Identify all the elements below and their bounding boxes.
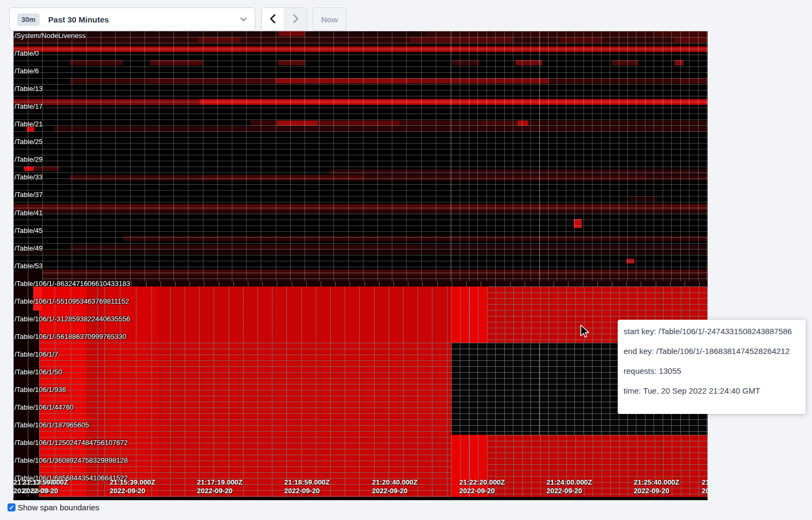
heatmap-cell (278, 31, 305, 36)
heatmap-cell (574, 219, 582, 228)
heatmap-cell (612, 60, 639, 65)
chevron-down-icon (240, 16, 247, 23)
heatmap-cell (528, 120, 708, 126)
heatmap-band (13, 43, 708, 47)
heatmap-cell (35, 167, 59, 171)
heatmap-cell (24, 167, 34, 171)
heatmap-cell (27, 126, 34, 132)
heatmap-region (487, 435, 708, 497)
heatmap-band (43, 269, 708, 275)
heatmap-cell (570, 78, 579, 84)
prev-time-button[interactable] (262, 8, 284, 31)
heatmap-cell (559, 37, 602, 42)
heatmap-cell (674, 37, 708, 42)
time-range-select[interactable]: 30m Past 30 Minutes (9, 7, 255, 31)
tooltip-end-key: end key: /Table/106/1/-18683814745282642… (624, 347, 800, 356)
heatmap-cell (418, 245, 708, 250)
heatmap-band (13, 275, 708, 281)
heatmap-region (451, 435, 487, 497)
heatmap-cell (150, 60, 203, 65)
key-visualizer-canvas[interactable]: /System/NodeLiveness/Table/0/Table/6/Tab… (13, 31, 708, 497)
tooltip-requests: requests: 13055 (624, 367, 800, 375)
show-span-boundaries-label[interactable]: Show span boundaries (18, 503, 100, 512)
heatmap-band (13, 37, 708, 43)
heatmap-band (13, 251, 708, 254)
heatmap-cell (647, 175, 708, 180)
heatmap-cell (674, 60, 684, 65)
chevron-left-icon (269, 14, 277, 25)
heatmap-region (39, 287, 86, 343)
heatmap-band (13, 47, 708, 52)
heatmap-cell (701, 175, 708, 180)
heatmap-band (13, 204, 708, 210)
next-time-button[interactable] (284, 8, 307, 31)
heatmap-cell (54, 126, 708, 132)
now-button[interactable]: Now (313, 7, 346, 31)
heatmap-region (33, 287, 42, 311)
heatmap-layers (13, 31, 708, 497)
show-span-boundaries-checkbox[interactable] (7, 503, 16, 511)
heatmap-cell (631, 196, 657, 201)
heatmap-cell (200, 99, 708, 104)
heatmap-region (29, 281, 708, 287)
heatmap-cell (409, 37, 514, 42)
toolbar: 30m Past 30 Minutes Now (0, 0, 812, 31)
heatmap-cell (515, 60, 542, 65)
heatmap-cell (626, 259, 634, 263)
time-nav-group (261, 7, 307, 31)
time-range-label: Past 30 Minutes (48, 15, 109, 24)
heatmap-band (13, 210, 708, 214)
heatmap-cell (452, 60, 479, 65)
heatmap-region (451, 287, 487, 343)
heatmap-cell (653, 31, 708, 36)
tooltip-time: time: Tue, 20 Sep 2022 21:24:40 GMT (624, 387, 800, 395)
heatmap-cell (680, 78, 708, 84)
heatmap-region (104, 287, 158, 343)
chevron-right-icon (291, 14, 300, 25)
cell-tooltip: start key: /Table/106/1/-247433150824388… (618, 320, 806, 414)
tooltip-start-key: start key: /Table/106/1/-247433150824388… (624, 327, 800, 336)
chart-bottom-border (13, 497, 708, 500)
heatmap-region (39, 343, 451, 497)
heatmap-cell (479, 78, 488, 84)
heatmap-region (39, 343, 86, 497)
footer: Show span boundaries (7, 503, 100, 512)
heatmap-cell (596, 169, 708, 175)
heatmap-cell (123, 236, 708, 241)
time-range-badge: 30m (17, 13, 40, 26)
heatmap-cell (198, 37, 241, 42)
heatmap-cell (278, 60, 305, 65)
heatmap-region (104, 343, 158, 497)
heatmap-cell (70, 60, 123, 65)
heatmap-region (39, 287, 451, 343)
